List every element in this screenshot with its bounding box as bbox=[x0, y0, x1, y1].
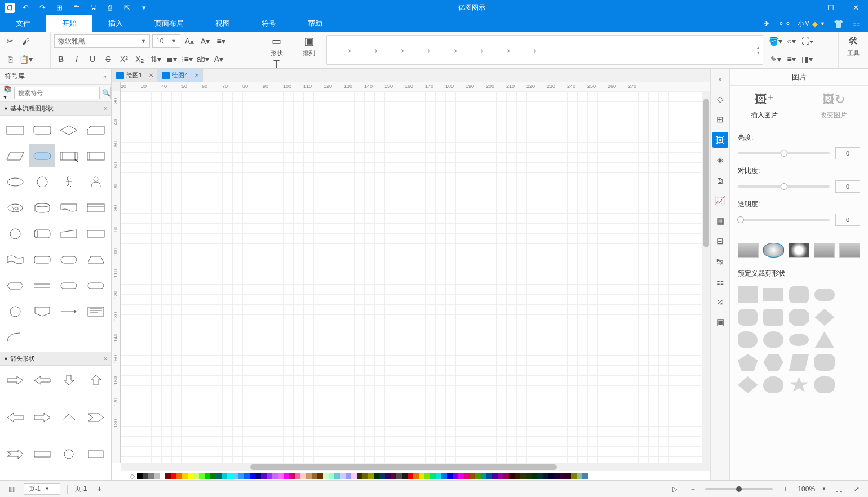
arrow-style-8[interactable]: ⟶ bbox=[524, 45, 537, 56]
shape-round-rect[interactable] bbox=[29, 247, 55, 271]
shape-pill[interactable] bbox=[56, 273, 82, 297]
color-swatch[interactable] bbox=[548, 473, 554, 479]
color-swatch[interactable] bbox=[436, 473, 441, 479]
color-swatch[interactable] bbox=[362, 473, 368, 479]
minimize-button[interactable]: — bbox=[794, 0, 818, 15]
color-swatch[interactable] bbox=[520, 473, 526, 479]
color-swatch[interactable] bbox=[560, 473, 565, 479]
color-swatch[interactable] bbox=[289, 473, 295, 479]
crop-circle[interactable] bbox=[763, 331, 783, 348]
color-swatch[interactable] bbox=[148, 473, 154, 479]
crop-blob[interactable] bbox=[738, 331, 758, 348]
color-swatch[interactable] bbox=[317, 473, 323, 479]
no-fill-icon[interactable]: ◇ bbox=[130, 472, 135, 480]
color-swatch[interactable] bbox=[238, 473, 244, 479]
italic-button[interactable]: I bbox=[70, 52, 83, 66]
shape-arc[interactable] bbox=[2, 325, 28, 349]
crop-triangle[interactable] bbox=[814, 331, 834, 348]
color-swatch[interactable] bbox=[193, 473, 199, 479]
shape-circle2[interactable] bbox=[2, 221, 28, 245]
zoom-in-button[interactable]: + bbox=[780, 483, 791, 495]
shape-offpage[interactable] bbox=[29, 299, 55, 323]
crop-octagon[interactable] bbox=[789, 309, 809, 326]
user-menu[interactable]: 小M ◆ ▼ bbox=[798, 19, 825, 29]
color-swatch[interactable] bbox=[340, 473, 346, 479]
shape-decision[interactable] bbox=[56, 118, 82, 141]
shape-document[interactable] bbox=[56, 196, 82, 219]
contrast-slider[interactable] bbox=[738, 185, 830, 188]
pages-view-icon[interactable]: ▥ bbox=[6, 483, 17, 495]
shape-arrow-connector[interactable] bbox=[56, 299, 82, 323]
increase-font-button[interactable]: A▴ bbox=[183, 34, 196, 48]
insert-image-button[interactable]: 🖼⁺ 插入图片 bbox=[730, 86, 799, 127]
shape-annotation[interactable] bbox=[83, 299, 109, 323]
color-swatch[interactable] bbox=[498, 473, 503, 479]
shape-actor[interactable] bbox=[56, 170, 82, 193]
arrow-left[interactable] bbox=[29, 368, 55, 392]
fill-button[interactable]: 🪣▾ bbox=[769, 34, 782, 48]
arrow-up[interactable] bbox=[83, 368, 109, 392]
color-swatch[interactable] bbox=[526, 473, 532, 479]
close-button[interactable]: ✕ bbox=[843, 0, 868, 15]
opacity-value[interactable]: 0 bbox=[835, 214, 860, 226]
shape-process[interactable] bbox=[2, 118, 28, 141]
shape-internal-storage[interactable] bbox=[83, 144, 109, 167]
color-swatch[interactable] bbox=[312, 473, 317, 479]
horizontal-scrollbar[interactable] bbox=[121, 463, 710, 471]
color-swatch[interactable] bbox=[205, 473, 210, 479]
color-swatch[interactable] bbox=[188, 473, 193, 479]
color-swatch[interactable] bbox=[261, 473, 267, 479]
strip-grid-icon[interactable]: ⊞ bbox=[712, 112, 728, 127]
shape-circle[interactable] bbox=[29, 170, 55, 193]
color-swatch[interactable] bbox=[492, 473, 498, 479]
shape-stadium[interactable] bbox=[56, 247, 82, 271]
align-button[interactable]: ≡▾ bbox=[214, 34, 228, 48]
format-painter-button[interactable]: 🖌 bbox=[19, 34, 33, 48]
color-swatch[interactable] bbox=[295, 473, 300, 479]
strip-shuffle-icon[interactable]: ⤮ bbox=[712, 294, 728, 310]
color-swatch[interactable] bbox=[329, 473, 334, 479]
color-swatch[interactable] bbox=[470, 473, 475, 479]
font-size-select[interactable]: 10▼ bbox=[152, 34, 180, 48]
crop-parallelogram[interactable] bbox=[789, 354, 809, 371]
color-swatch[interactable] bbox=[334, 473, 340, 479]
fullscreen-button[interactable]: ⤢ bbox=[851, 483, 862, 495]
color-swatch[interactable] bbox=[267, 473, 272, 479]
color-swatch[interactable] bbox=[419, 473, 424, 479]
arrow-style-7[interactable]: ⟶ bbox=[497, 45, 510, 56]
shape-person[interactable] bbox=[83, 170, 109, 193]
strip-fill-icon[interactable]: ◇ bbox=[712, 91, 728, 107]
color-swatch[interactable] bbox=[160, 473, 165, 479]
menu-help[interactable]: 帮助 bbox=[292, 15, 338, 32]
save-button[interactable]: 🖫 bbox=[87, 2, 99, 14]
change-image-button[interactable]: 🖼↻ 改变图片 bbox=[799, 86, 869, 127]
strikethrough-button[interactable]: S bbox=[101, 52, 115, 66]
shape-predefined[interactable]: ↖ bbox=[56, 144, 82, 167]
color-swatch[interactable] bbox=[582, 473, 588, 479]
brightness-value[interactable]: 0 bbox=[835, 147, 860, 159]
color-swatch[interactable] bbox=[323, 473, 329, 479]
shape-cylinder-h[interactable] bbox=[29, 221, 55, 245]
crop-capsule[interactable] bbox=[814, 289, 834, 301]
strip-ruler-icon[interactable]: ⊟ bbox=[712, 233, 728, 249]
color-swatch[interactable] bbox=[255, 473, 261, 479]
crop-diamond[interactable] bbox=[814, 309, 834, 326]
underline-button[interactable]: U bbox=[86, 52, 99, 66]
color-swatch[interactable] bbox=[346, 473, 351, 479]
shape-ellipse[interactable] bbox=[2, 170, 28, 193]
arrow-style-4[interactable]: ⟶ bbox=[418, 45, 431, 56]
section-arrows[interactable]: ▼ 箭头形状 ✕ bbox=[0, 352, 111, 366]
tab-drawing1[interactable]: 绘图1 ✕ bbox=[112, 69, 157, 82]
new-button[interactable]: ⊞ bbox=[53, 2, 65, 14]
print-button[interactable]: ⎙ bbox=[104, 2, 116, 14]
color-swatch[interactable] bbox=[357, 473, 362, 479]
color-swatch[interactable] bbox=[176, 473, 182, 479]
color-swatch[interactable] bbox=[441, 473, 447, 479]
arrow-misc1[interactable] bbox=[56, 442, 82, 465]
color-swatch[interactable] bbox=[458, 473, 464, 479]
tab-close-button[interactable]: ✕ bbox=[149, 72, 153, 78]
shape-tool-button[interactable]: ▭ 形状 bbox=[265, 34, 288, 57]
color-swatch[interactable] bbox=[464, 473, 470, 479]
crop-rounded1[interactable] bbox=[738, 309, 758, 326]
shape-manual-input[interactable] bbox=[56, 221, 82, 245]
